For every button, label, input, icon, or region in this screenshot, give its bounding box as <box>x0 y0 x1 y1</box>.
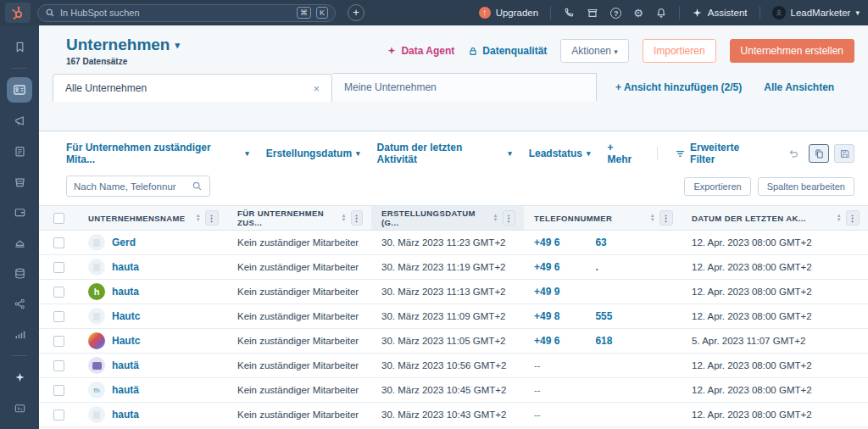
filter-lead-status[interactable]: Leadstatus ▾ <box>529 148 591 159</box>
column-menu-icon[interactable]: ⋮ <box>659 210 673 226</box>
phone-link[interactable]: 618 <box>595 335 612 347</box>
top-navbar: ⌘ K + ↑ Upgraden ? ⚙ <box>0 0 868 25</box>
row-checkbox[interactable] <box>53 287 64 298</box>
row-checkbox[interactable] <box>53 262 64 273</box>
column-header-phone[interactable]: TELEFONNUMMER ▲▼ ⋮ <box>524 206 682 230</box>
export-button[interactable]: Exportieren <box>684 177 750 196</box>
column-header-created[interactable]: ERSTELLUNGSDATUM (G... ▲▼ ⋮ <box>371 206 524 230</box>
copy-view-button[interactable] <box>809 144 829 163</box>
row-checkbox[interactable] <box>53 360 64 371</box>
search-icon <box>45 8 55 18</box>
row-checkbox[interactable] <box>53 410 64 421</box>
sidebar-item-data[interactable] <box>7 260 32 286</box>
create-company-button[interactable]: Unternehmen erstellen <box>730 39 854 63</box>
sidebar-item-automations[interactable] <box>7 199 32 225</box>
sidebar-item-ai[interactable] <box>7 365 32 390</box>
column-header-name[interactable]: UNTERNEHMENSNAME ▲▼ ⋮ <box>78 206 227 230</box>
advanced-filters-button[interactable]: Erweiterte Filter <box>675 142 766 165</box>
sort-icon[interactable]: ▲▼ <box>650 214 655 222</box>
company-name-link[interactable]: hautä <box>112 359 139 371</box>
phone-link[interactable]: . <box>595 261 598 273</box>
bell-dome-icon <box>14 237 26 249</box>
row-checkbox[interactable] <box>53 237 64 248</box>
company-name-link[interactable]: Hautc <box>112 335 140 347</box>
global-search-input[interactable] <box>60 8 292 18</box>
all-views-link[interactable]: Alle Ansichten <box>764 81 834 93</box>
column-header-owner[interactable]: FÜR UNTERNEHMEN ZUS... ▲▼ ⋮ <box>227 206 371 230</box>
phone-link[interactable]: +49 6 <box>534 335 559 347</box>
settings-button[interactable]: ⚙ <box>633 7 643 20</box>
company-name-link[interactable]: Gerd <box>112 237 136 248</box>
sort-icon[interactable]: ▲▼ <box>492 214 498 222</box>
column-menu-icon[interactable]: ⋮ <box>503 210 515 226</box>
phone-link[interactable]: +49 8 <box>534 310 559 322</box>
marketplace-button[interactable] <box>587 7 598 19</box>
calling-button[interactable] <box>563 7 575 19</box>
phone-link[interactable]: +49 6 <box>534 237 559 248</box>
data-quality-button[interactable]: Datenqualität <box>468 45 547 57</box>
sidebar-item-reporting[interactable] <box>7 321 32 347</box>
column-menu-icon[interactable]: ⋮ <box>351 210 363 226</box>
divider <box>550 6 551 20</box>
select-all-checkbox[interactable] <box>53 213 64 224</box>
caret-down-icon: ▾ <box>508 149 512 158</box>
sort-icon[interactable]: ▲▼ <box>837 214 842 222</box>
undo-button[interactable] <box>783 144 804 163</box>
column-menu-icon[interactable]: ⋮ <box>846 210 860 226</box>
data-agent-button[interactable]: Data Agent <box>387 45 454 57</box>
company-name-link[interactable]: hauta <box>112 409 139 421</box>
actions-button[interactable]: Aktionen ▾ <box>560 39 629 63</box>
notifications-button[interactable] <box>655 7 667 19</box>
filter-last-activity[interactable]: Datum der letzten Aktivität ▾ <box>377 142 512 165</box>
sidebar-item-bookmarks[interactable] <box>7 34 32 59</box>
help-button[interactable]: ? <box>610 8 621 19</box>
assistant-button[interactable]: Assistent <box>692 8 748 19</box>
filter-owner[interactable]: Für Unternehmen zuständiger Mita... ▾ <box>66 142 249 165</box>
sidebar-item-integrations[interactable] <box>7 291 32 316</box>
company-name-link[interactable]: Hautc <box>112 310 140 322</box>
table-search[interactable] <box>66 176 210 197</box>
company-name-link[interactable]: hautä <box>112 384 139 396</box>
row-checkbox[interactable] <box>53 336 64 347</box>
sidebar-item-workspace[interactable] <box>7 395 32 421</box>
sidebar-item-crm[interactable] <box>7 77 32 103</box>
tab-meine-unternehmen[interactable]: Meine Unternehmen <box>332 73 597 101</box>
close-icon[interactable]: × <box>313 82 320 95</box>
sort-icon[interactable]: ▲▼ <box>196 214 201 222</box>
company-name-link[interactable]: hauta <box>112 261 139 273</box>
upgrade-button[interactable]: ↑ Upgraden <box>479 7 539 19</box>
table-search-input[interactable] <box>74 181 192 192</box>
table-header-row: UNTERNEHMENSNAME ▲▼ ⋮ FÜR UNTERNEHMEN ZU… <box>39 205 868 231</box>
phone-link[interactable]: 555 <box>595 310 612 322</box>
sidebar-item-content[interactable] <box>7 138 32 164</box>
more-filters-button[interactable]: + Mehr <box>608 142 641 165</box>
sidebar-item-marketing[interactable] <box>7 108 32 133</box>
global-search[interactable]: ⌘ K <box>37 4 336 22</box>
phone-link[interactable]: 63 <box>595 237 606 248</box>
row-checkbox[interactable] <box>53 385 64 396</box>
hubspot-logo[interactable] <box>5 3 31 23</box>
company-name-link[interactable]: hauta <box>112 286 139 298</box>
caret-down-icon: ▾ <box>614 47 618 56</box>
created-cell: 30. März 2023 10:43 GMT+2 <box>371 410 524 420</box>
phone-link[interactable]: +49 6 <box>534 261 559 273</box>
tab-alle-unternehmen[interactable]: Alle Unternehmen × <box>53 74 332 102</box>
import-button[interactable]: Importieren <box>643 39 716 63</box>
created-cell: 30. März 2023 10:56 GMT+2 <box>371 360 524 370</box>
sidebar-item-service[interactable] <box>7 230 32 255</box>
phone-link[interactable]: +49 9 <box>534 286 559 298</box>
companies-table: UNTERNEHMENSNAME ▲▼ ⋮ FÜR UNTERNEHMEN ZU… <box>39 205 868 429</box>
last-activity-cell: 12. Apr. 2023 08:00 GMT+2 <box>682 237 868 248</box>
sort-icon[interactable]: ▲▼ <box>341 214 346 222</box>
column-header-last-activity[interactable]: DATUM DER LETZTEN AK... ▲▼ ⋮ <box>682 206 868 230</box>
page-title[interactable]: Unternehmen ▾ <box>66 36 180 54</box>
user-menu[interactable]: LeadMarketer ▾ <box>772 6 860 20</box>
edit-columns-button[interactable]: Spalten bearbeiten <box>758 177 854 196</box>
add-view-link[interactable]: + Ansicht hinzufügen (2/5) <box>615 81 742 93</box>
column-menu-icon[interactable]: ⋮ <box>205 210 219 226</box>
row-checkbox[interactable] <box>53 311 64 322</box>
save-view-button[interactable] <box>834 144 854 163</box>
filter-create-date[interactable]: Erstellungsdatum ▾ <box>266 148 360 159</box>
sidebar-item-commerce[interactable] <box>7 169 32 194</box>
quick-create-button[interactable]: + <box>348 4 364 21</box>
